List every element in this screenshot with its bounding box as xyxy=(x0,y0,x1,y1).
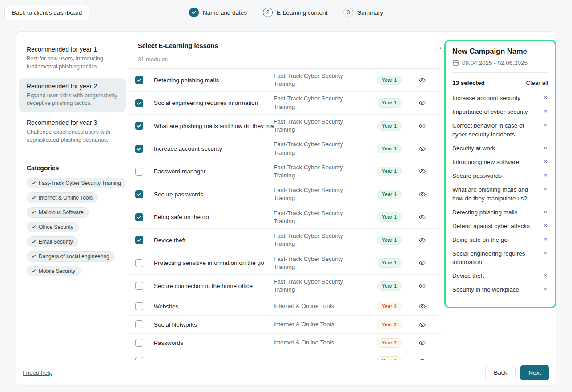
preview-lesson-button[interactable] xyxy=(418,167,427,176)
lessons-title: Select E-Learning lessons xyxy=(138,42,432,49)
lesson-panel-header: Select E-Learning lessons 31 modules xyxy=(129,32,441,68)
step-label: Summary xyxy=(357,9,383,16)
recommendation-description: Best for new users, introducing fundamen… xyxy=(27,55,118,71)
step-label: E-Learning content xyxy=(277,9,327,16)
preview-lesson-button[interactable] xyxy=(418,258,427,268)
check-icon xyxy=(31,180,36,185)
recommendation-item[interactable]: Recommended for year 1Best for new users… xyxy=(19,41,126,76)
lesson-checkbox[interactable] xyxy=(135,213,143,221)
preview-lesson-button[interactable] xyxy=(418,190,427,199)
preview-lesson-button[interactable] xyxy=(418,76,427,85)
category-chip[interactable]: Internet & Online Tools xyxy=(27,192,98,203)
preview-lesson-button[interactable] xyxy=(418,121,427,131)
remove-item-button[interactable]: × xyxy=(543,108,548,116)
remove-item-button[interactable]: × xyxy=(543,185,548,193)
lesson-checkbox[interactable] xyxy=(135,168,143,176)
recommendation-title: Recommended for year 1 xyxy=(27,46,118,53)
preview-lesson-button[interactable] xyxy=(418,320,427,329)
help-link[interactable]: I need help xyxy=(23,369,52,376)
preview-lesson-button[interactable] xyxy=(418,212,427,222)
check-icon xyxy=(31,268,36,273)
selected-item-label: Detecting phishing mails xyxy=(452,208,517,217)
year-badge: Year 1 xyxy=(377,236,402,245)
lesson-checkbox[interactable] xyxy=(135,302,143,310)
selected-item: Defend against cyber attacks× xyxy=(452,222,548,231)
lesson-checkbox[interactable] xyxy=(135,259,143,267)
lesson-checkbox[interactable] xyxy=(135,320,143,328)
lesson-checkbox[interactable] xyxy=(135,190,143,198)
preview-lesson-button[interactable] xyxy=(418,236,427,245)
remove-item-button[interactable]: × xyxy=(543,121,548,129)
year-badge: Year 2 xyxy=(377,320,402,329)
lesson-name: Websites xyxy=(154,303,274,310)
close-icon: × xyxy=(544,122,547,128)
lesson-name: Passwords xyxy=(154,340,274,346)
lesson-checkbox[interactable] xyxy=(135,236,143,244)
step-number: 2 xyxy=(263,8,273,17)
campaign-builder-card: Recommended for year 1Best for new users… xyxy=(16,31,556,385)
recommendation-item[interactable]: Recommended for year 3Challenge experien… xyxy=(19,115,126,149)
step-separator: — xyxy=(333,9,338,16)
lesson-checkbox[interactable] xyxy=(135,122,143,130)
step-elearning-content[interactable]: 2 E-Learning content xyxy=(263,8,327,17)
lesson-name: Password manager xyxy=(154,168,274,175)
step-summary[interactable]: 3 Summary xyxy=(343,8,383,17)
lesson-category: Fast-Track Cyber Security Training xyxy=(274,72,369,88)
selected-item: Detecting phishing mails× xyxy=(452,208,548,217)
category-chip[interactable]: Malicious Software xyxy=(27,207,89,218)
lesson-checkbox[interactable] xyxy=(135,76,143,84)
lesson-checkbox[interactable] xyxy=(135,282,143,290)
table-row: Increase account securityFast-Track Cybe… xyxy=(129,137,441,160)
close-icon: × xyxy=(544,108,547,115)
category-chip[interactable]: Office Security xyxy=(27,222,79,232)
back-button[interactable]: Back xyxy=(485,365,516,380)
next-button[interactable]: Next xyxy=(520,365,549,380)
lesson-name: Device theft xyxy=(154,237,274,244)
remove-item-button[interactable]: × xyxy=(543,249,548,257)
clear-all-button[interactable]: Clear all xyxy=(526,80,548,86)
table-row: Being safe on the goFast-Track Cyber Sec… xyxy=(129,206,441,229)
year-badge: Year 1 xyxy=(377,212,402,222)
close-icon: × xyxy=(544,158,547,165)
step-name-and-dates[interactable]: Name and dates xyxy=(189,8,247,17)
eye-icon xyxy=(419,213,426,221)
sidebar-divider xyxy=(16,156,129,156)
remove-item-button[interactable]: × xyxy=(543,236,548,244)
table-row: Social NetworksInternet & Online ToolsYe… xyxy=(129,316,441,334)
lesson-category: Fast-Track Cyber Security Training xyxy=(274,232,369,248)
preview-lesson-button[interactable] xyxy=(418,281,427,291)
remove-item-button[interactable]: × xyxy=(543,172,548,180)
lesson-name: Increase account security xyxy=(154,145,274,152)
eye-icon xyxy=(419,99,426,107)
category-chip-label: Mobile Security xyxy=(39,268,75,274)
table-row: Social engineering requires informationF… xyxy=(129,92,441,114)
lesson-checkbox[interactable] xyxy=(135,145,143,153)
remove-item-button[interactable]: × xyxy=(543,272,548,280)
recommendation-item[interactable]: Recommended for year 2Expand user skills… xyxy=(19,78,126,112)
campaign-date-range-row: 09.04.2025 - 02.06.2025 xyxy=(452,60,548,73)
remove-item-button[interactable]: × xyxy=(543,94,548,102)
category-chip[interactable]: Dangers of social engineering xyxy=(27,251,115,262)
preview-lesson-button[interactable] xyxy=(418,144,427,153)
remove-item-button[interactable]: × xyxy=(543,222,548,230)
back-to-dashboard-button[interactable]: Back to client's dashboard xyxy=(4,5,89,20)
selected-item-label: Correct behavior in case of cyber securi… xyxy=(452,121,538,139)
category-chip[interactable]: Mobile Security xyxy=(27,266,81,276)
remove-item-button[interactable]: × xyxy=(543,285,548,293)
preview-lesson-button[interactable] xyxy=(418,302,427,311)
recommendation-list: Recommended for year 1Best for new users… xyxy=(16,41,129,149)
remove-item-button[interactable]: × xyxy=(543,144,548,152)
table-row: Year 2 xyxy=(129,352,441,360)
selected-item: What are phishing mails and how do they … xyxy=(452,185,548,203)
preview-lesson-button[interactable] xyxy=(418,356,427,360)
categories-title: Categories xyxy=(16,164,129,172)
lesson-checkbox[interactable] xyxy=(135,99,143,107)
preview-lesson-button[interactable] xyxy=(418,98,427,108)
remove-item-button[interactable]: × xyxy=(543,208,548,216)
category-chip[interactable]: Fast-Track Cyber Security Training xyxy=(27,178,126,188)
lesson-checkbox[interactable] xyxy=(135,339,143,347)
remove-item-button[interactable]: × xyxy=(543,158,548,166)
preview-lesson-button[interactable] xyxy=(418,338,427,348)
category-chip[interactable]: Email Security xyxy=(27,236,78,247)
lesson-checkbox[interactable] xyxy=(135,357,143,360)
